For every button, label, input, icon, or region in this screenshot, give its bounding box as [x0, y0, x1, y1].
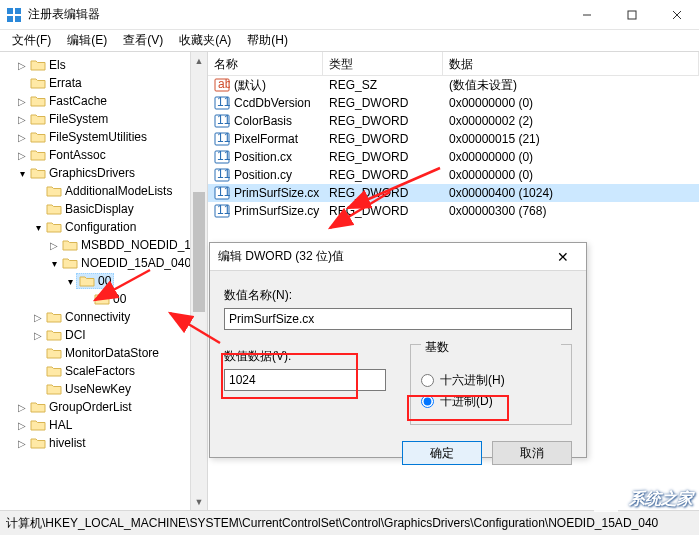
tree-item-label: DCI	[65, 328, 86, 342]
caret-open-icon[interactable]: ▾	[16, 168, 28, 179]
tree-item[interactable]: ▷FastCache	[0, 92, 207, 110]
caret-closed-icon[interactable]: ▷	[48, 240, 60, 251]
list-row[interactable]: 110PixelFormatREG_DWORD0x00000015 (21)	[208, 130, 699, 148]
menubar: 文件(F) 编辑(E) 查看(V) 收藏夹(A) 帮助(H)	[0, 30, 699, 52]
value-type: REG_DWORD	[323, 132, 443, 146]
tree-item[interactable]: ▾GraphicsDrivers	[0, 164, 207, 182]
folder-icon	[46, 184, 62, 198]
value-type-icon: 110	[214, 150, 230, 164]
tree-item-label: Configuration	[65, 220, 136, 234]
menu-file[interactable]: 文件(F)	[4, 30, 59, 51]
cancel-button[interactable]: 取消	[492, 441, 572, 465]
scroll-up-icon[interactable]: ▲	[191, 52, 207, 69]
close-button[interactable]	[654, 0, 699, 29]
tree-item[interactable]: ▾00	[0, 272, 207, 290]
titlebar: 注册表编辑器	[0, 0, 699, 30]
ok-button[interactable]: 确定	[402, 441, 482, 465]
tree-item[interactable]: ScaleFactors	[0, 362, 207, 380]
menu-edit[interactable]: 编辑(E)	[59, 30, 115, 51]
tree-item[interactable]: ▷Connectivity	[0, 308, 207, 326]
column-name[interactable]: 名称	[208, 52, 323, 75]
tree-item[interactable]: 00	[0, 290, 207, 308]
value-name: Position.cy	[234, 168, 292, 182]
tree-item[interactable]: ▾NOEDID_15AD_040	[0, 254, 207, 272]
caret-closed-icon[interactable]: ▷	[16, 420, 28, 431]
minimize-button[interactable]	[564, 0, 609, 29]
column-data[interactable]: 数据	[443, 52, 699, 75]
tree-item-label: HAL	[49, 418, 72, 432]
tree-item[interactable]: UseNewKey	[0, 380, 207, 398]
value-name: PixelFormat	[234, 132, 298, 146]
tree-item[interactable]: ▾Configuration	[0, 218, 207, 236]
caret-open-icon[interactable]: ▾	[32, 222, 44, 233]
caret-closed-icon[interactable]: ▷	[16, 132, 28, 143]
tree-item[interactable]: BasicDisplay	[0, 200, 207, 218]
value-data: 0x00000400 (1024)	[443, 186, 699, 200]
svg-rect-3	[15, 16, 21, 22]
tree-item[interactable]: MonitorDataStore	[0, 344, 207, 362]
value-type-icon: 110	[214, 186, 230, 200]
folder-icon	[46, 382, 62, 396]
tree-item-label: 00	[98, 274, 111, 288]
value-name: PrimSurfSize.cy	[234, 204, 319, 218]
folder-icon	[30, 130, 46, 144]
list-row[interactable]: 110Position.cxREG_DWORD0x00000000 (0)	[208, 148, 699, 166]
tree-item[interactable]: ▷hivelist	[0, 434, 207, 452]
tree-item[interactable]: ▷FileSystem	[0, 110, 207, 128]
tree-item-label: Els	[49, 58, 66, 72]
tree-item[interactable]: ▷HAL	[0, 416, 207, 434]
window-controls	[564, 0, 699, 29]
caret-open-icon[interactable]: ▾	[48, 258, 60, 269]
menu-favorites[interactable]: 收藏夹(A)	[171, 30, 239, 51]
caret-closed-icon[interactable]: ▷	[16, 96, 28, 107]
svg-text:110: 110	[217, 96, 230, 109]
menu-help[interactable]: 帮助(H)	[239, 30, 296, 51]
tree-item[interactable]: ▷MSBDD_NOEDID_1	[0, 236, 207, 254]
folder-icon	[62, 238, 78, 252]
folder-icon	[30, 418, 46, 432]
caret-closed-icon[interactable]: ▷	[32, 330, 44, 341]
dialog-title: 编辑 DWORD (32 位)值	[218, 248, 548, 265]
list-row[interactable]: 110CcdDbVersionREG_DWORD0x00000000 (0)	[208, 94, 699, 112]
caret-open-icon[interactable]: ▾	[64, 276, 76, 287]
list-row[interactable]: 110PrimSurfSize.cyREG_DWORD0x00000300 (7…	[208, 202, 699, 220]
maximize-button[interactable]	[609, 0, 654, 29]
tree-item[interactable]: ▷FileSystemUtilities	[0, 128, 207, 146]
caret-closed-icon[interactable]: ▷	[16, 402, 28, 413]
tree-item[interactable]: ▷DCI	[0, 326, 207, 344]
caret-closed-icon[interactable]: ▷	[16, 438, 28, 449]
value-type: REG_DWORD	[323, 114, 443, 128]
caret-closed-icon[interactable]: ▷	[16, 114, 28, 125]
list-row[interactable]: ab(默认)REG_SZ(数值未设置)	[208, 76, 699, 94]
tree-item-label: 00	[113, 292, 126, 306]
radio-dec[interactable]: 十进制(D)	[421, 393, 561, 410]
tree-item[interactable]: AdditionalModeLists	[0, 182, 207, 200]
value-type-icon: ab	[214, 78, 230, 92]
menu-view[interactable]: 查看(V)	[115, 30, 171, 51]
value-type: REG_DWORD	[323, 150, 443, 164]
caret-closed-icon[interactable]: ▷	[16, 150, 28, 161]
folder-icon	[30, 76, 46, 90]
list-row[interactable]: 110ColorBasisREG_DWORD0x00000002 (2)	[208, 112, 699, 130]
value-data: 0x00000015 (21)	[443, 132, 699, 146]
caret-closed-icon[interactable]: ▷	[32, 312, 44, 323]
tree-item[interactable]: ▷Els	[0, 56, 207, 74]
value-data-input[interactable]	[224, 369, 386, 391]
value-type-icon: 110	[214, 204, 230, 218]
list-row[interactable]: 110Position.cyREG_DWORD0x00000000 (0)	[208, 166, 699, 184]
list-row[interactable]: 110PrimSurfSize.cxREG_DWORD0x00000400 (1…	[208, 184, 699, 202]
tree-item[interactable]: ▷GroupOrderList	[0, 398, 207, 416]
scroll-thumb[interactable]	[193, 192, 205, 312]
tree-item[interactable]: ▷FontAssoc	[0, 146, 207, 164]
tree-item[interactable]: Errata	[0, 74, 207, 92]
base-fieldset: 基数 十六进制(H) 十进制(D)	[410, 344, 572, 425]
radio-hex[interactable]: 十六进制(H)	[421, 372, 561, 389]
dialog-titlebar[interactable]: 编辑 DWORD (32 位)值 ✕	[210, 243, 586, 271]
tree-scrollbar[interactable]: ▲ ▼	[190, 52, 207, 510]
column-type[interactable]: 类型	[323, 52, 443, 75]
svg-text:110: 110	[217, 114, 230, 127]
caret-closed-icon[interactable]: ▷	[16, 60, 28, 71]
dialog-close-icon[interactable]: ✕	[548, 249, 578, 265]
value-type-icon: 110	[214, 96, 230, 110]
scroll-down-icon[interactable]: ▼	[191, 493, 207, 510]
